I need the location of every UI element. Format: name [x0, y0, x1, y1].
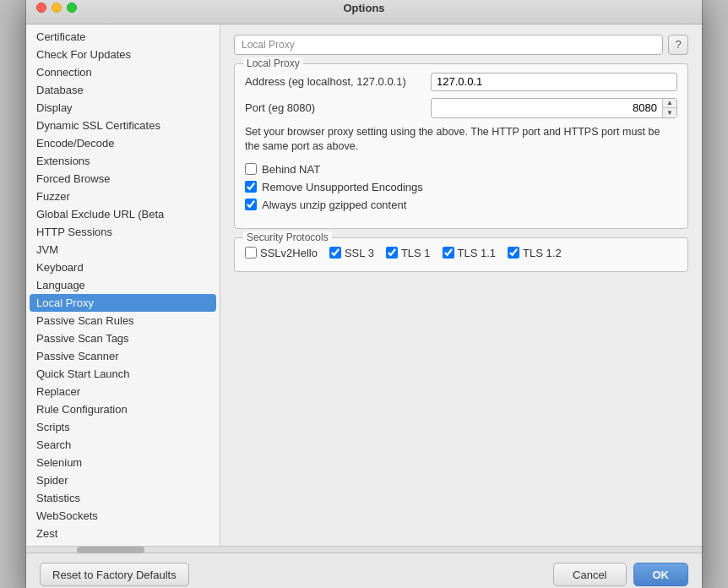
- behind-nat-label: Behind NAT: [262, 163, 320, 176]
- spinner-down-icon: ▼: [666, 109, 673, 117]
- sidebar-item-encode-decode[interactable]: Encode/Decode: [26, 134, 220, 152]
- port-input-wrap: ▲ ▼: [431, 98, 677, 118]
- behind-nat-row: Behind NAT: [245, 163, 677, 176]
- remove-unsupported-checkbox[interactable]: [245, 181, 257, 193]
- protocol-label-ssl3: SSL 3: [345, 247, 374, 259]
- sidebar-item-quick-start-launch[interactable]: Quick Start Launch: [26, 365, 220, 383]
- security-protocols-group: Security Protocols SSLv2HelloSSL 3TLS 1T…: [234, 237, 688, 272]
- help-button[interactable]: ?: [668, 35, 688, 55]
- sidebar-item-dynamic-ssl-certificates[interactable]: Dynamic SSL Certificates: [26, 117, 220, 134]
- sidebar-item-keyboard[interactable]: Keyboard: [26, 259, 220, 276]
- sidebar-item-websockets[interactable]: WebSockets: [26, 507, 220, 525]
- sidebar-item-search[interactable]: Search: [26, 436, 220, 454]
- sidebar-item-passive-scan-tags[interactable]: Passive Scan Tags: [26, 329, 220, 347]
- minimize-button[interactable]: [52, 3, 62, 13]
- behind-nat-checkbox[interactable]: [245, 163, 257, 175]
- remove-unsupported-label: Remove Unsupported Encodings: [262, 181, 423, 193]
- scrollbar-track: [26, 546, 702, 553]
- protocol-item-ssl3: SSL 3: [329, 247, 374, 259]
- protocol-item-tls12: TLS 1.2: [508, 247, 562, 259]
- local-proxy-group-title: Local Proxy: [243, 57, 303, 69]
- protocol-checkbox-tls11[interactable]: [443, 247, 454, 259]
- protocol-item-tls11: TLS 1.1: [443, 247, 497, 259]
- proxy-description: Set your browser proxy setting using the…: [245, 125, 677, 155]
- sidebar-item-spider[interactable]: Spider: [26, 471, 220, 489]
- sidebar-item-forced-browse[interactable]: Forced Browse: [26, 170, 220, 188]
- protocol-label-sslv2hello: SSLv2Hello: [260, 247, 318, 259]
- sidebar-item-connection[interactable]: Connection: [26, 63, 220, 81]
- protocol-row: SSLv2HelloSSL 3TLS 1TLS 1.1TLS 1.2: [245, 247, 677, 259]
- main-panel: ? Local Proxy Address (eg localhost, 127…: [220, 24, 702, 546]
- port-spinner: ▲ ▼: [662, 99, 676, 117]
- maximize-button[interactable]: [67, 3, 77, 13]
- address-label: Address (eg localhost, 127.0.0.1): [245, 75, 431, 88]
- titlebar: Options: [26, 0, 702, 24]
- sidebar-item-selenium[interactable]: Selenium: [26, 454, 220, 471]
- sidebar-item-scripts[interactable]: Scripts: [26, 418, 220, 436]
- top-bar: ?: [234, 35, 688, 55]
- sidebar: CertificateCheck For UpdatesConnectionDa…: [26, 24, 220, 546]
- always-unzip-checkbox[interactable]: [245, 199, 257, 210]
- remove-unsupported-row: Remove Unsupported Encodings: [245, 181, 677, 193]
- section-search-input[interactable]: [234, 35, 663, 55]
- spinner-down-button[interactable]: ▼: [663, 108, 676, 117]
- sidebar-item-certificate[interactable]: Certificate: [26, 28, 220, 46]
- options-window: Options CertificateCheck For UpdatesConn…: [26, 0, 702, 588]
- always-unzip-label: Always unzip gzipped content: [262, 199, 406, 211]
- protocol-checkbox-tls12[interactable]: [508, 247, 519, 259]
- sidebar-item-rule-configuration[interactable]: Rule Configuration: [26, 400, 220, 418]
- sidebar-item-replacer[interactable]: Replacer: [26, 383, 220, 400]
- close-button[interactable]: [36, 3, 46, 13]
- spinner-up-icon: ▲: [666, 99, 673, 106]
- address-row: Address (eg localhost, 127.0.0.1): [245, 73, 677, 91]
- protocol-item-tls1: TLS 1: [386, 247, 431, 259]
- port-row: Port (eg 8080) ▲ ▼: [245, 98, 677, 118]
- port-label: Port (eg 8080): [245, 101, 431, 114]
- scrollbar-thumb[interactable]: [77, 547, 144, 553]
- sidebar-item-check-for-updates[interactable]: Check For Updates: [26, 46, 220, 63]
- sidebar-item-http-sessions[interactable]: HTTP Sessions: [26, 223, 220, 241]
- protocol-label-tls11: TLS 1.1: [458, 247, 497, 259]
- ok-button[interactable]: OK: [633, 563, 689, 586]
- sidebar-item-display[interactable]: Display: [26, 99, 220, 117]
- sidebar-item-database[interactable]: Database: [26, 81, 220, 99]
- protocol-checkbox-sslv2hello[interactable]: [245, 247, 257, 259]
- sidebar-item-local-proxy[interactable]: Local Proxy: [30, 294, 216, 312]
- window-title: Options: [343, 2, 384, 14]
- sidebar-item-passive-scanner[interactable]: Passive Scanner: [26, 347, 220, 365]
- local-proxy-group: Local Proxy Address (eg localhost, 127.0…: [234, 63, 688, 229]
- reset-button[interactable]: Reset to Factory Defaults: [40, 563, 189, 586]
- sidebar-item-zest[interactable]: Zest: [26, 525, 220, 542]
- always-unzip-row: Always unzip gzipped content: [245, 199, 677, 211]
- security-protocols-title: Security Protocols: [243, 231, 332, 243]
- sidebar-item-fuzzer[interactable]: Fuzzer: [26, 188, 220, 205]
- traffic-lights: [36, 3, 77, 13]
- content-area: CertificateCheck For UpdatesConnectionDa…: [26, 24, 702, 546]
- help-icon: ?: [675, 38, 681, 51]
- sidebar-item-global-exclude-url[interactable]: Global Exclude URL (Beta: [26, 205, 220, 223]
- sidebar-item-jvm[interactable]: JVM: [26, 241, 220, 259]
- protocol-checkbox-ssl3[interactable]: [329, 247, 341, 259]
- protocol-label-tls1: TLS 1: [401, 247, 431, 259]
- sidebar-item-statistics[interactable]: Statistics: [26, 489, 220, 507]
- sidebar-item-language[interactable]: Language: [26, 276, 220, 294]
- bottom-bar: Reset to Factory Defaults Cancel OK: [26, 553, 702, 589]
- sidebar-item-passive-scan-rules[interactable]: Passive Scan Rules: [26, 312, 220, 329]
- protocol-item-sslv2hello: SSLv2Hello: [245, 247, 318, 259]
- spinner-up-button[interactable]: ▲: [663, 99, 676, 108]
- port-input[interactable]: [432, 99, 662, 117]
- protocol-label-tls12: TLS 1.2: [523, 247, 562, 259]
- address-input[interactable]: [431, 73, 677, 91]
- sidebar-item-extensions[interactable]: Extensions: [26, 152, 220, 170]
- protocol-checkbox-tls1[interactable]: [386, 247, 398, 259]
- cancel-button[interactable]: Cancel: [553, 563, 626, 586]
